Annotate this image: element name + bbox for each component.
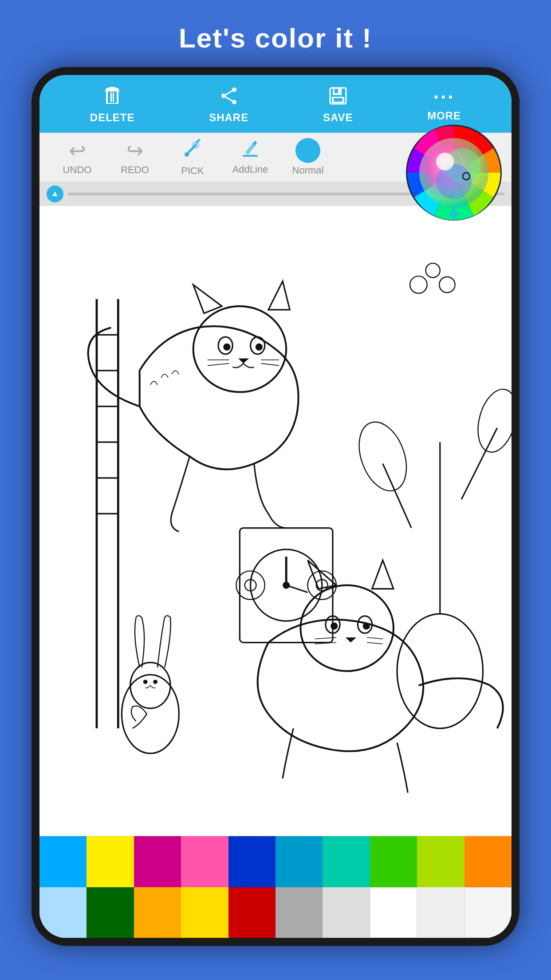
svg-point-40: [426, 263, 440, 277]
svg-rect-17: [334, 98, 342, 102]
svg-point-30: [463, 173, 470, 180]
svg-point-21: [185, 152, 189, 157]
svg-point-78: [153, 680, 157, 684]
svg-point-38: [472, 385, 512, 456]
page-title: Let's color it !: [179, 22, 372, 54]
svg-point-41: [439, 277, 455, 292]
color-swatch-red[interactable]: [228, 887, 276, 938]
normal-button[interactable]: Normal: [279, 138, 337, 176]
color-swatch-light-blue[interactable]: [39, 887, 87, 938]
coloring-canvas[interactable]: [39, 206, 512, 836]
svg-point-39: [410, 276, 427, 293]
svg-rect-5: [106, 103, 118, 104]
svg-line-35: [383, 464, 411, 528]
color-swatch-green[interactable]: [370, 836, 417, 887]
color-swatch-pink[interactable]: [181, 836, 228, 887]
color-swatch-teal[interactable]: [323, 836, 370, 887]
color-swatch-near-white[interactable]: [464, 887, 512, 938]
svg-point-19: [192, 142, 199, 149]
svg-rect-7: [113, 92, 114, 102]
normal-label: Normal: [292, 165, 324, 176]
svg-rect-1: [109, 87, 116, 89]
color-swatch-white[interactable]: [370, 887, 417, 938]
color-swatch-off-white[interactable]: [417, 887, 464, 938]
color-swatch-silver[interactable]: [276, 887, 323, 938]
color-swatch-gold[interactable]: [181, 887, 228, 938]
undo-button[interactable]: ↩ UNDO: [48, 138, 106, 176]
color-wheel[interactable]: [405, 124, 503, 221]
addline-label: AddLine: [232, 164, 268, 175]
drawing-area[interactable]: [39, 206, 512, 836]
color-swatch-dark-green[interactable]: [87, 887, 134, 938]
undo-label: UNDO: [63, 164, 92, 176]
slider-expand-button[interactable]: ▲: [47, 186, 63, 202]
color-swatch-cyan[interactable]: [39, 836, 87, 887]
svg-line-73: [367, 637, 382, 639]
more-icon: ···: [433, 87, 455, 107]
svg-point-54: [283, 582, 290, 589]
svg-point-69: [331, 622, 338, 629]
svg-point-37: [350, 415, 415, 498]
phone-screen: DELETE SHARE: [39, 75, 512, 938]
color-swatch-amber[interactable]: [134, 887, 181, 938]
color-swatch-light-gray[interactable]: [323, 887, 370, 938]
svg-rect-3: [106, 91, 108, 104]
svg-point-33: [397, 614, 483, 728]
pick-label: PICK: [181, 165, 204, 177]
svg-rect-22: [243, 155, 258, 157]
color-swatch-magenta-dark[interactable]: [134, 836, 181, 887]
pick-button[interactable]: PICK: [164, 138, 221, 177]
delete-button[interactable]: DELETE: [90, 86, 135, 124]
more-button[interactable]: ··· MORE: [427, 87, 461, 122]
color-swatch-orange[interactable]: [464, 836, 512, 887]
share-icon: [219, 86, 239, 109]
redo-label: REDO: [121, 164, 149, 176]
share-button[interactable]: SHARE: [209, 86, 248, 124]
svg-rect-4: [117, 91, 118, 104]
color-swatch-navy[interactable]: [228, 836, 276, 887]
svg-point-29: [436, 153, 454, 170]
svg-point-57: [193, 306, 287, 392]
svg-point-77: [143, 680, 148, 684]
redo-icon: ↪: [126, 138, 144, 162]
sub-toolbar-wrapper: ↩ UNDO ↪ REDO: [39, 133, 512, 182]
delete-icon: [102, 86, 122, 109]
color-swatch-yellow[interactable]: [87, 836, 134, 887]
svg-rect-6: [110, 92, 112, 102]
normal-circle: [295, 138, 320, 163]
svg-rect-2: [105, 90, 119, 91]
color-swatch-blue[interactable]: [276, 836, 323, 887]
more-label: MORE: [427, 110, 461, 122]
save-label: SAVE: [323, 111, 353, 124]
undo-icon: ↩: [69, 138, 86, 162]
redo-button[interactable]: ↪ REDO: [106, 138, 164, 176]
svg-line-74: [367, 643, 382, 644]
svg-line-65: [261, 364, 279, 366]
color-wheel-svg: [405, 124, 503, 221]
svg-line-11: [224, 90, 234, 96]
delete-label: DELETE: [90, 111, 135, 124]
share-label: SHARE: [209, 111, 248, 124]
svg-point-60: [223, 344, 230, 351]
color-swatch-lime[interactable]: [417, 836, 464, 887]
addline-icon: [240, 139, 260, 162]
save-button[interactable]: SAVE: [323, 86, 353, 124]
svg-line-12: [224, 96, 234, 102]
svg-point-61: [256, 344, 263, 351]
svg-rect-15: [335, 89, 338, 93]
save-icon: [328, 86, 348, 109]
addline-button[interactable]: AddLine: [221, 139, 279, 175]
phone-frame: DELETE SHARE: [31, 67, 520, 946]
svg-line-63: [208, 364, 229, 366]
svg-line-20: [197, 140, 199, 142]
svg-point-70: [363, 622, 370, 629]
pick-icon: [182, 138, 203, 163]
color-palette: [39, 836, 512, 938]
